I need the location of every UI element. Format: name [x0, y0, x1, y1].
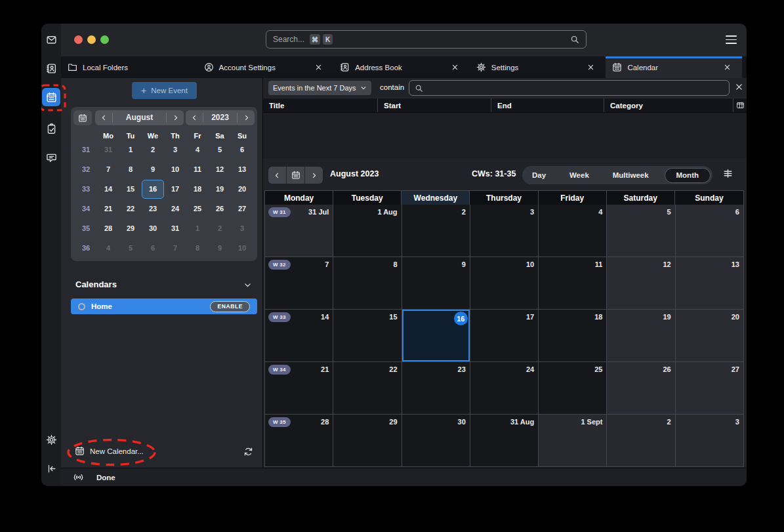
event-search-input[interactable] [409, 80, 730, 96]
day-cell-6[interactable]: 6 [676, 205, 743, 256]
today-button[interactable] [287, 167, 304, 184]
rail-addressbook-icon[interactable] [43, 60, 59, 76]
rail-collapse-icon[interactable] [43, 460, 59, 476]
mini-day[interactable]: 27 [231, 199, 253, 218]
day-cell-15[interactable]: 15 [333, 310, 401, 361]
mini-day[interactable]: 31 [97, 140, 119, 159]
day-cell-1-aug[interactable]: 1 Aug [333, 205, 401, 256]
day-cell-11[interactable]: 11 [539, 257, 606, 309]
day-cell-25[interactable]: 25 [539, 362, 606, 414]
day-cell-2[interactable]: 2 [607, 415, 674, 466]
mini-day[interactable]: 31 [164, 218, 186, 238]
mini-day[interactable]: 23 [142, 199, 164, 218]
mini-day[interactable]: 4 [97, 238, 119, 258]
mini-day[interactable]: 3 [164, 140, 186, 159]
day-cell-16[interactable]: 16 [402, 310, 470, 361]
mini-day[interactable]: 30 [142, 218, 164, 238]
chevron-down-icon[interactable] [243, 280, 252, 292]
day-cell-20[interactable]: 20 [676, 310, 743, 361]
day-cell-2[interactable]: 2 [402, 205, 470, 256]
column-header-start[interactable]: Start [378, 98, 491, 112]
mini-day[interactable]: 5 [119, 238, 142, 258]
mini-day[interactable]: 17 [164, 179, 186, 199]
day-cell-27[interactable]: 27 [676, 362, 743, 414]
view-button-multiweek[interactable]: Multiweek [605, 168, 657, 182]
day-cell-21[interactable]: W 3421 [265, 362, 333, 414]
mini-day[interactable]: 2 [209, 218, 231, 238]
mini-day[interactable]: 29 [119, 218, 142, 238]
day-cell-8[interactable]: 8 [333, 257, 401, 309]
next-button[interactable] [305, 167, 323, 184]
day-cell-1-sept[interactable]: 1 Sept [539, 415, 606, 466]
mini-day[interactable]: 9 [209, 238, 231, 258]
mini-day[interactable]: 21 [97, 199, 119, 218]
mini-day[interactable]: 16 [142, 180, 164, 199]
tab-local-folders[interactable]: Local Folders [61, 56, 197, 78]
day-cell-30[interactable]: 30 [402, 415, 470, 466]
day-cell-5[interactable]: 5 [607, 205, 674, 256]
column-header-title[interactable]: Title [263, 98, 378, 112]
tab-calendar[interactable]: Calendar [606, 56, 742, 78]
app-menu-button[interactable] [726, 35, 737, 44]
mini-day[interactable]: 10 [231, 238, 253, 258]
day-cell-22[interactable]: 22 [333, 362, 401, 414]
mini-day[interactable]: 19 [209, 179, 231, 199]
day-cell-7[interactable]: W 327 [265, 257, 333, 309]
mini-day[interactable]: 7 [164, 238, 186, 258]
traffic-zoom-button[interactable] [100, 35, 109, 44]
mini-calendar-today-button[interactable] [73, 110, 92, 125]
day-cell-31-jul[interactable]: W 3131 Jul [265, 205, 333, 256]
year-next-icon[interactable] [237, 114, 255, 121]
mini-day[interactable]: 26 [209, 199, 231, 218]
mini-day[interactable]: 25 [186, 199, 209, 218]
day-cell-28[interactable]: W 3528 [265, 415, 333, 466]
month-prev-icon[interactable] [95, 114, 112, 121]
tab-address-book[interactable]: Address Book [333, 56, 470, 78]
view-button-month[interactable]: Month [665, 168, 711, 183]
mini-day[interactable]: 5 [209, 140, 231, 159]
day-cell-18[interactable]: 18 [539, 310, 606, 361]
tab-close-icon[interactable] [587, 64, 599, 71]
day-cell-23[interactable]: 23 [402, 362, 470, 414]
day-cell-17[interactable]: 17 [470, 310, 538, 361]
rail-mail-icon[interactable] [43, 31, 59, 47]
traffic-minimize-button[interactable] [87, 35, 96, 44]
traffic-close-button[interactable] [74, 35, 83, 44]
mini-day[interactable]: 24 [164, 199, 186, 218]
day-cell-9[interactable]: 9 [402, 257, 470, 309]
day-cell-4[interactable]: 4 [539, 205, 606, 256]
event-filter-dropdown[interactable]: Events in the Next 7 Days [268, 81, 371, 95]
mini-day[interactable]: 10 [164, 159, 186, 179]
mini-day[interactable]: 1 [186, 218, 209, 238]
column-picker-icon[interactable] [733, 101, 747, 110]
refresh-icon[interactable] [243, 447, 253, 457]
view-button-day[interactable]: Day [524, 168, 554, 182]
mini-day[interactable]: 6 [142, 238, 164, 258]
day-cell-12[interactable]: 12 [607, 257, 674, 309]
day-cell-31-aug[interactable]: 31 Aug [470, 415, 538, 466]
mini-day[interactable]: 11 [186, 159, 209, 179]
mini-day[interactable]: 18 [186, 179, 209, 199]
day-cell-19[interactable]: 19 [607, 310, 674, 361]
rail-chat-icon[interactable] [43, 150, 59, 165]
day-cell-3[interactable]: 3 [676, 415, 743, 466]
mini-day[interactable]: 6 [231, 140, 253, 159]
mini-day[interactable]: 28 [97, 218, 119, 238]
day-cell-10[interactable]: 10 [470, 257, 538, 309]
day-cell-13[interactable]: 13 [676, 257, 743, 309]
rail-gear-icon[interactable] [43, 432, 59, 447]
mini-day[interactable]: 3 [231, 218, 253, 238]
tab-close-icon[interactable] [724, 64, 735, 71]
rail-tasks-icon[interactable] [43, 121, 59, 136]
mini-day[interactable]: 4 [186, 140, 209, 159]
tab-account-settings[interactable]: Account Settings [197, 56, 334, 78]
day-cell-14[interactable]: W 3314 [265, 310, 333, 361]
new-event-button[interactable]: + New Event [132, 82, 197, 99]
calendar-list-item-home[interactable]: Home ENABLE [71, 298, 257, 314]
month-next-icon[interactable] [167, 114, 184, 121]
rotate-view-icon[interactable] [722, 168, 733, 179]
tab-settings[interactable]: Settings [470, 56, 606, 78]
day-cell-24[interactable]: 24 [470, 362, 538, 414]
tab-close-icon[interactable] [315, 64, 327, 71]
prev-button[interactable] [268, 167, 286, 184]
